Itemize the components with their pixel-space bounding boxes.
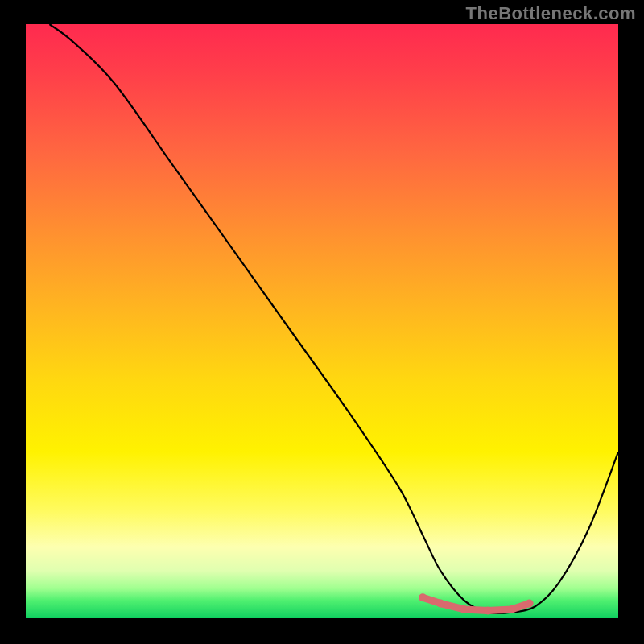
watermark-text: TheBottleneck.com [466,3,636,24]
bottleneck-curve [49,24,618,613]
marker-dot [436,600,444,608]
marker-dot [526,600,534,608]
flat-region-markers [419,593,533,614]
marker-dot [508,605,516,613]
plot-area [26,24,618,618]
marker-dot [484,606,492,614]
marker-dot [460,605,469,613]
marker-dot [419,593,427,601]
chart-svg [26,24,618,618]
chart-container: TheBottleneck.com [0,0,644,644]
